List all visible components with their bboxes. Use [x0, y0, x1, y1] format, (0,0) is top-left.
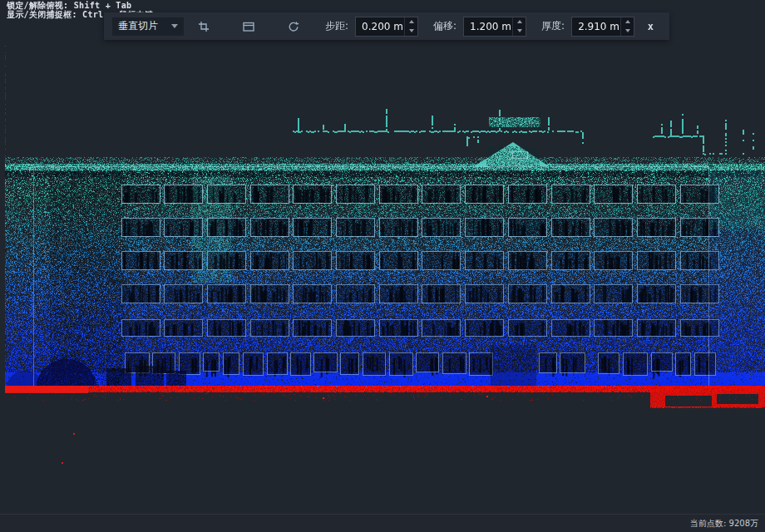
slice-mode-value: 垂直切片 — [118, 19, 158, 33]
close-button[interactable]: x — [643, 20, 659, 33]
offset-spinner — [512, 17, 526, 36]
point-cloud-viewport[interactable] — [0, 0, 765, 532]
hint-line-1: 锁定/解除俯视: Shift + Tab — [7, 1, 154, 10]
slice-mode-select[interactable]: 垂直切片 — [112, 17, 184, 36]
step-input[interactable] — [356, 17, 404, 36]
point-cloud-app: 锁定/解除俯视: Shift + Tab 显示/关闭捕捉框: Ctrl + 鼠标… — [0, 0, 765, 532]
spin-down-button[interactable] — [405, 27, 417, 36]
window-tool-button[interactable] — [237, 16, 260, 37]
arrow-down-icon — [517, 29, 522, 32]
reset-icon — [287, 20, 300, 33]
reset-tool-button[interactable] — [282, 16, 305, 37]
thickness-label: 厚度: — [541, 19, 565, 33]
slice-toolbar: 垂直切片 步距: 偏移: — [104, 12, 669, 40]
spin-up-button[interactable] — [405, 17, 417, 27]
offset-input[interactable] — [464, 17, 512, 36]
thickness-spinner — [620, 17, 634, 36]
thickness-field — [571, 17, 634, 37]
window-icon — [242, 20, 255, 33]
crop-icon — [197, 20, 210, 33]
step-field — [355, 17, 418, 37]
arrow-down-icon — [625, 29, 630, 32]
chevron-down-icon — [171, 24, 178, 28]
arrow-up-icon — [409, 20, 414, 23]
spin-down-button[interactable] — [621, 27, 634, 36]
thickness-input[interactable] — [572, 17, 620, 36]
spin-up-button[interactable] — [621, 17, 634, 27]
step-spinner — [404, 17, 417, 36]
offset-label: 偏移: — [433, 19, 457, 33]
arrow-up-icon — [625, 20, 630, 23]
step-label: 步距: — [325, 19, 348, 33]
point-count: 当前点数: 9208万 — [690, 518, 758, 530]
offset-field — [463, 17, 526, 37]
spin-up-button[interactable] — [513, 17, 526, 27]
crop-tool-button[interactable] — [192, 16, 215, 37]
arrow-down-icon — [409, 29, 414, 32]
arrow-up-icon — [517, 20, 522, 23]
status-bar: 当前点数: 9208万 — [0, 514, 765, 532]
spin-down-button[interactable] — [513, 27, 526, 36]
